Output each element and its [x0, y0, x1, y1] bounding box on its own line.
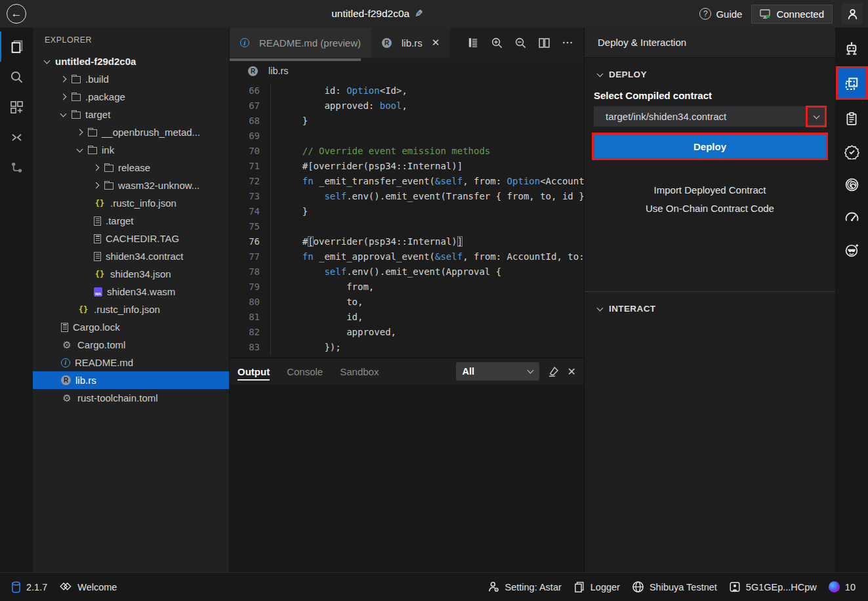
panel-item-swirl[interactable] — [837, 168, 867, 201]
tree-item-label: .target — [106, 215, 134, 226]
connected-badge[interactable]: Connected — [751, 5, 833, 24]
network-indicator[interactable]: Shibuya Testnet — [626, 581, 723, 593]
panel-item-assistant[interactable] — [837, 33, 867, 66]
tree-item-lib-rs[interactable]: Rlib.rs — [33, 371, 229, 389]
token-sphere-icon — [829, 581, 840, 592]
tab-scrollbar[interactable] — [230, 58, 584, 62]
tree-item-shiden34-json[interactable]: {}shiden34.json — [33, 265, 229, 283]
close-panel-icon[interactable]: ✕ — [568, 365, 576, 378]
output-filter-select[interactable]: All — [456, 362, 539, 381]
project-title: untitled-f29d2c0a ✎ — [331, 0, 423, 28]
code-line-67: 67 approved: bool, — [230, 98, 584, 114]
panel-item-gauge[interactable] — [837, 201, 867, 234]
code-line-74: 74 } — [230, 204, 584, 219]
tab-librs[interactable]: R lib.rs ✕ — [371, 28, 450, 58]
logger-button[interactable]: Logger — [568, 581, 626, 593]
line-number: 68 — [230, 114, 270, 129]
sidebar-item-collapse[interactable] — [0, 122, 33, 152]
line-number: 69 — [230, 129, 270, 144]
panel-item-clipboard[interactable] — [837, 102, 867, 135]
tree-item-target[interactable]: target — [33, 106, 229, 123]
code-editor[interactable]: 66 id: Option<Id>,67 approved: bool,68 }… — [230, 80, 584, 358]
tree-item--rustc-info-json[interactable]: {}.rustc_info.json — [33, 194, 229, 212]
sidebar-item-extensions[interactable] — [0, 92, 33, 122]
wasm-icon: WA — [94, 287, 102, 297]
tree-item-cargo-toml[interactable]: ⚙Cargo.toml — [33, 336, 229, 354]
sidebar-item-explorer[interactable] — [0, 31, 33, 62]
deploy-section-header[interactable]: DEPLOY — [585, 58, 835, 86]
left-activity-bar — [0, 28, 33, 572]
gauge-icon — [844, 210, 859, 225]
tree-item-label: shiden34.json — [110, 268, 171, 280]
tree-item-rust-toolchain-toml[interactable]: ⚙rust-toolchain.toml — [33, 389, 229, 407]
json-icon: {} — [94, 269, 106, 280]
more-actions-icon[interactable] — [559, 34, 576, 51]
line-number: 81 — [230, 310, 270, 325]
version-indicator[interactable]: 2.1.7 — [5, 581, 53, 593]
tab-sandbox[interactable]: Sandbox — [340, 358, 379, 384]
panel-item-cool-face[interactable] — [837, 234, 867, 266]
setting-network-button[interactable]: Setting: Astar — [482, 581, 568, 593]
sidebar-item-source-control[interactable] — [0, 152, 33, 182]
tree-item-shiden34-contract[interactable]: shiden34.contract — [33, 247, 229, 265]
panel-item-verified[interactable] — [837, 135, 867, 168]
code-line-66: 66 id: Option<Id>, — [230, 83, 584, 98]
sidebar-item-search[interactable] — [0, 62, 33, 92]
welcome-button[interactable]: Welcome — [53, 581, 123, 593]
close-tab-icon[interactable]: ✕ — [432, 37, 440, 49]
code-line-71: 71 #[overrider(psp34::Internal)] — [230, 159, 584, 174]
collapse-icon — [10, 131, 24, 144]
source-control-icon — [10, 161, 24, 175]
extensions-icon — [10, 100, 24, 114]
tree-item-label: __openbrush_metad... — [102, 127, 200, 138]
line-number: 71 — [230, 159, 270, 174]
code-line-83: 83 }); — [230, 340, 584, 355]
breadcrumb[interactable]: R lib.rs — [230, 62, 584, 80]
avatar[interactable] — [842, 3, 863, 24]
balance-indicator[interactable]: 10 — [823, 581, 861, 592]
chevron-down-icon — [60, 110, 67, 117]
line-number: 66 — [230, 83, 270, 98]
zoom-in-icon[interactable] — [488, 34, 505, 51]
tab-output[interactable]: Output — [238, 358, 270, 384]
folder-icon — [88, 147, 97, 154]
tree-item-cargo-lock[interactable]: Cargo.lock — [33, 318, 229, 336]
tree-item--package[interactable]: .package — [33, 88, 229, 106]
account-indicator[interactable]: 5G1GEp...HCpw — [723, 581, 823, 593]
tree-item--build[interactable]: .build — [33, 70, 229, 88]
editor-tab-bar: i README.md (preview) R lib.rs ✕ — [230, 28, 584, 58]
tree-item--target[interactable]: .target — [33, 212, 229, 230]
back-button[interactable]: ← — [7, 4, 26, 24]
monitor-icon — [760, 9, 771, 19]
outline-icon[interactable] — [465, 34, 482, 51]
tree-item-readme-md[interactable]: iREADME.md — [33, 354, 229, 371]
select-chevron-highlight[interactable] — [806, 106, 826, 127]
tab-readme[interactable]: i README.md (preview) — [230, 28, 371, 58]
code-line-80: 80 to, — [230, 295, 584, 310]
compiled-contract-select[interactable]: target/ink/shiden34.contract — [594, 106, 826, 127]
tree-item--rustc-info-json[interactable]: {}.rustc_info.json — [33, 300, 229, 318]
deploy-button[interactable]: Deploy — [594, 135, 826, 158]
file-icon — [94, 217, 101, 226]
tree-item-release[interactable]: release — [33, 159, 229, 176]
panel-item-deploy[interactable] — [837, 68, 867, 98]
chevron-down-icon — [597, 304, 604, 311]
tree-item-untitled-f29d2c0a[interactable]: untitled-f29d2c0a — [33, 52, 229, 70]
person-gear-icon — [487, 581, 500, 593]
tree-item-cachedir-tag[interactable]: CACHEDIR.TAG — [33, 230, 229, 247]
tree-item-shiden34-wasm[interactable]: WAshiden34.wasm — [33, 283, 229, 300]
rename-pencil-icon[interactable]: ✎ — [415, 8, 423, 20]
zoom-out-icon[interactable] — [512, 34, 529, 51]
line-number: 75 — [230, 219, 270, 234]
tree-item-wasm32-unknow-[interactable]: wasm32-unknow... — [33, 176, 229, 194]
import-deployed-contract-link[interactable]: Import Deployed Contract — [654, 184, 766, 196]
verified-icon — [844, 144, 859, 159]
split-editor-icon[interactable] — [535, 34, 552, 51]
guide-button[interactable]: ? Guide — [699, 8, 742, 20]
clear-output-icon[interactable] — [547, 365, 560, 378]
tree-item-ink[interactable]: ink — [33, 141, 229, 159]
tab-console[interactable]: Console — [287, 358, 323, 384]
tree-item--openbrush-metad-[interactable]: __openbrush_metad... — [33, 123, 229, 141]
use-onchain-code-link[interactable]: Use On-Chain Contract Code — [646, 203, 774, 214]
interact-section-header[interactable]: INTERACT — [585, 292, 835, 320]
